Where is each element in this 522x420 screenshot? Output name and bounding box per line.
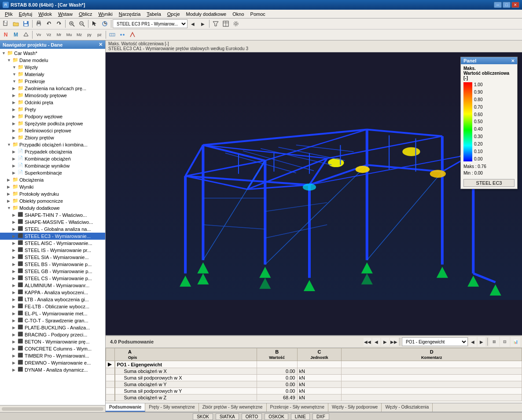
nav-item[interactable]: ▶📁Mimośrody prętowe <box>0 92 105 99</box>
tree-expander[interactable]: ▶ <box>12 164 18 168</box>
nav-item[interactable]: ▶⬛LTB - Analiza wyboczenia gi... <box>0 296 105 303</box>
tree-expander[interactable]: ▼ <box>12 79 18 84</box>
bottom-prev-page[interactable]: ◀◀ <box>364 338 371 346</box>
tree-expander[interactable]: ▶ <box>12 340 18 344</box>
tree-expander[interactable]: ▶ <box>12 248 18 252</box>
menu-wstaw[interactable]: Wstaw <box>55 11 76 18</box>
menu-plik[interactable]: Plik <box>2 11 16 18</box>
redo-button[interactable] <box>54 19 64 29</box>
tree-expander[interactable]: ▶ <box>12 100 18 105</box>
nav-item[interactable]: ▶📄Kombinacje wyników <box>0 162 105 169</box>
nav-item[interactable]: ▶⬛STEEL BS - Wymiarowanie p... <box>0 261 105 268</box>
tree-expander[interactable]: ▼ <box>7 142 12 147</box>
bottom-next[interactable]: ▶ <box>381 338 389 346</box>
nav-item[interactable]: ▶⬛KAPPA - Analiza wyboczeni... <box>0 289 105 296</box>
nav-item[interactable]: ▶⬛ALUMINIUM - Wymiarowanr... <box>0 282 105 289</box>
nav-item[interactable]: ▶⬛SHAPE-THIN 7 - Właściwo... <box>0 212 105 219</box>
nav-item[interactable]: ▼📁Car Wash* <box>0 50 105 57</box>
nav-item[interactable]: ▼📁Dane modelu <box>0 57 105 64</box>
bottom-arrow-prev[interactable]: ◀ <box>469 337 477 347</box>
nav-item[interactable]: ▶📄Przypadek obciążenia <box>0 148 105 155</box>
result-tab[interactable]: Węzły - Odkształcenia <box>382 403 433 412</box>
filter-button[interactable] <box>211 19 221 29</box>
mz-button[interactable]: Mz <box>74 30 84 40</box>
new-button[interactable] <box>1 19 11 29</box>
open-button[interactable] <box>11 19 21 29</box>
loadcase-dropdown[interactable]: PO1 - EigengewichtPO1 - Eigengewicht <box>402 337 468 346</box>
nav-item[interactable]: ▶⬛STEEL SIA - Wymiarowanie... <box>0 254 105 261</box>
nav-item[interactable]: ▶⬛EL-PL - Wymiarowanie met... <box>0 310 105 317</box>
tree-expander[interactable]: ▶ <box>12 150 18 154</box>
filter-btn[interactable]: ⊞ <box>489 337 499 347</box>
tree-expander[interactable]: ▶ <box>12 107 18 112</box>
nav-item[interactable]: ▶📄Superkombinacje <box>0 169 105 176</box>
mr-button[interactable]: Mr <box>54 30 64 40</box>
status-button-orto[interactable]: ORTO <box>242 413 262 420</box>
nav-scrollbar[interactable] <box>0 405 105 412</box>
nav-item[interactable]: ▼📁Węzły <box>0 64 105 71</box>
zoom-in-button[interactable] <box>77 19 87 29</box>
nav-item[interactable]: ▶⬛STEEL IS - Wymiarowanie pr... <box>0 247 105 254</box>
tree-expander[interactable]: ▶ <box>12 255 18 259</box>
status-button-skok[interactable]: SKOK <box>193 413 213 420</box>
navigator-close[interactable]: ✕ <box>99 42 103 47</box>
tree-expander[interactable]: ▶ <box>12 227 18 231</box>
menu-tabela[interactable]: Tabela <box>143 11 164 18</box>
pz-button[interactable]: pz <box>95 30 104 40</box>
export-btn[interactable]: ⊟ <box>500 337 510 347</box>
analysis-dropdown[interactable]: STEEL EC3 PR1 - Wymiarow...STEEL EC3 PR1… <box>113 19 187 28</box>
tree-expander[interactable]: ▶ <box>12 114 18 119</box>
tree-expander[interactable]: ▶ <box>12 290 18 295</box>
print-button[interactable] <box>34 19 44 29</box>
result-tab[interactable]: Przekroje - Siły wewnętrzne <box>267 403 328 412</box>
py-button[interactable]: py <box>85 30 94 40</box>
nav-item[interactable]: ▶⬛STEEL GB - Wymiarowanie p... <box>0 268 105 275</box>
nav-item[interactable]: ▼📁Przypadki obciążeń i kombina... <box>0 141 105 148</box>
nav-item[interactable]: ▶📁Pręty <box>0 106 105 113</box>
more-btn-2[interactable] <box>118 30 127 40</box>
tree-expander[interactable]: ▶ <box>12 347 18 351</box>
steel-ec3-button[interactable]: STEEL EC3 <box>463 179 515 187</box>
menu-edytuj[interactable]: Edytuj <box>16 11 36 18</box>
tree-expander[interactable]: ▶ <box>7 185 12 189</box>
nav-item[interactable]: ▶⬛CONCRETE Columns - Wym... <box>0 345 105 352</box>
nav-item[interactable]: ▶📁Obciążenia <box>0 176 105 183</box>
tree-expander[interactable]: ▶ <box>12 135 18 140</box>
more-btn-1[interactable] <box>107 30 117 40</box>
menu-moduly[interactable]: Moduły dodatkowe <box>183 11 230 18</box>
mu-button[interactable]: Mu <box>64 30 74 40</box>
tree-expander[interactable]: ▶ <box>12 332 18 337</box>
menu-widok[interactable]: Widok <box>35 11 55 18</box>
more-btn-3[interactable] <box>128 30 137 40</box>
tree-expander[interactable]: ▶ <box>7 199 12 203</box>
tree-expander[interactable]: ▼ <box>12 72 18 77</box>
menu-okno[interactable]: Okno <box>229 11 247 18</box>
table-row[interactable]: Suma sił podporowych w X0.00kN <box>106 375 522 381</box>
tree-expander[interactable]: ▶ <box>12 318 18 323</box>
undo-button[interactable] <box>44 19 54 29</box>
table-row[interactable]: Suma obciążeń w Z68.49kN <box>106 394 522 401</box>
menu-narzedzia[interactable]: Narzędzia <box>116 11 144 18</box>
surface-button[interactable] <box>21 30 31 40</box>
rotate-button[interactable] <box>100 19 110 29</box>
nav-item[interactable]: ▶⬛STEEL AISC - Wymiarowanie... <box>0 240 105 247</box>
next-button[interactable]: ▶ <box>198 19 208 29</box>
maximize-button[interactable]: □ <box>503 2 511 8</box>
viewport-resize-handle[interactable] <box>520 52 522 335</box>
nav-item[interactable]: ▼📁Materiały <box>0 71 105 78</box>
nav-item[interactable]: ▼📁Moduły dodatkowe <box>0 205 105 212</box>
nav-item[interactable]: ▶📁Protokoły wydruku <box>0 190 105 197</box>
result-tab[interactable]: Węzły - Siły podporowe <box>328 403 382 412</box>
tree-expander[interactable]: ▶ <box>12 304 18 309</box>
tree-expander[interactable]: ▶ <box>12 262 18 267</box>
nav-item[interactable]: ▶⬛PLATE-BUCKLING - Analiza... <box>0 324 105 331</box>
tree-expander[interactable]: ▶ <box>7 192 12 196</box>
vv-button[interactable]: Vv <box>34 30 44 40</box>
result-tab[interactable]: Zbiór prętów - Siły wewnętrzne <box>199 403 267 412</box>
tree-expander[interactable]: ▶ <box>12 297 18 302</box>
table-button[interactable] <box>221 19 231 29</box>
result-tab[interactable]: Podsumowanie <box>106 403 145 412</box>
tree-expander[interactable]: ▶ <box>12 283 18 288</box>
nav-item[interactable]: ▶⬛SHAPE-MASSIVE - Właściwo... <box>0 219 105 226</box>
menu-opcje[interactable]: Opcje <box>164 11 183 18</box>
